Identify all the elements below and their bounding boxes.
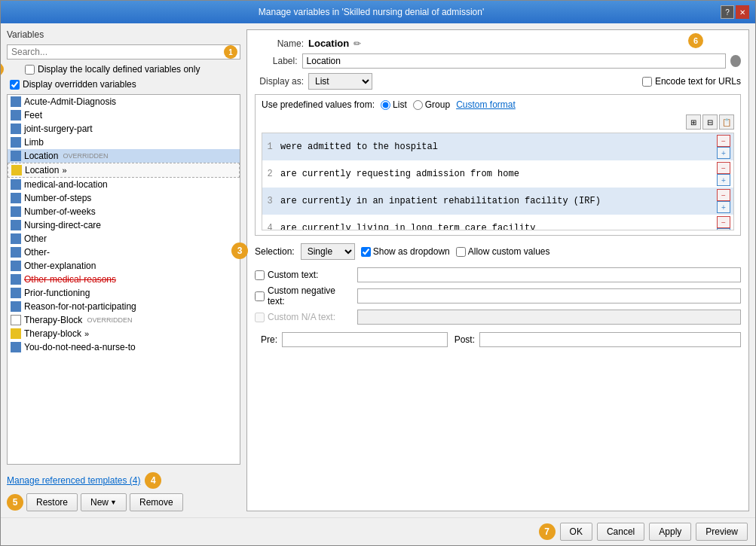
radio-list-text: List xyxy=(393,99,407,110)
row-text: are currently requesting admission from … xyxy=(277,160,703,188)
list-item[interactable]: Other-explanation xyxy=(8,259,240,273)
custom-text-checkbox[interactable] xyxy=(255,270,265,280)
var-name: Acute-Admit-Diagnosis xyxy=(24,96,116,107)
post-input[interactable] xyxy=(479,332,741,347)
var-name: Feet xyxy=(24,110,42,120)
label-row: Label: xyxy=(255,53,741,69)
row-minus-btn[interactable]: − xyxy=(717,135,730,147)
row-plus-btn[interactable]: + xyxy=(717,174,730,186)
list-item[interactable]: Number-of-steps xyxy=(8,191,240,205)
name-field-label: Name: xyxy=(255,38,304,49)
radio-list[interactable] xyxy=(381,100,390,110)
list-item[interactable]: medical-and-location xyxy=(8,178,240,191)
table-tool-btn-2[interactable]: ⊟ xyxy=(702,114,718,130)
list-item-therapy-block[interactable]: Therapy-block » xyxy=(8,327,240,340)
title-controls: ? ✕ xyxy=(721,5,749,19)
table-row[interactable]: 3 are currently in an inpatient rehabili… xyxy=(262,188,733,215)
badge-3: 3 xyxy=(231,242,248,259)
list-item[interactable]: Limb xyxy=(8,136,240,149)
row-plus-btn[interactable]: + xyxy=(717,147,730,159)
list-item-location-overridden[interactable]: Location OVERRIDDEN xyxy=(8,149,240,163)
row-minus-btn[interactable]: − xyxy=(717,216,730,228)
list-item[interactable]: Prior-functioning xyxy=(8,286,240,300)
custom-na-input xyxy=(357,310,741,325)
list-item[interactable]: Acute-Admit-Diagnosis xyxy=(8,95,240,108)
row-plus-btn[interactable]: + xyxy=(717,201,730,213)
table-row[interactable]: 4 are currently living in long term care… xyxy=(262,215,733,230)
allow-custom-checkbox[interactable] xyxy=(456,247,466,257)
edit-icon[interactable]: ✏ xyxy=(354,38,361,49)
radio-group-label[interactable]: Group xyxy=(413,99,450,110)
radio-group-input[interactable] xyxy=(413,100,423,110)
custom-na-checkbox[interactable] xyxy=(255,313,265,322)
table-row[interactable]: 1 were admitted to the hospital − + xyxy=(262,133,733,160)
ok-button[interactable]: OK xyxy=(560,523,592,541)
list-item[interactable]: Feet xyxy=(8,108,240,122)
selection-select[interactable]: Single Multiple xyxy=(301,243,355,260)
restore-button[interactable]: Restore xyxy=(26,493,78,511)
checkbox-overridden[interactable] xyxy=(10,80,20,90)
display-as-label: Display as: xyxy=(255,76,304,87)
list-item-therapy-block-overridden[interactable]: Therapy-Block OVERRIDDEN xyxy=(8,313,240,327)
list-item[interactable]: Reason-for-not-participating xyxy=(8,300,240,313)
list-item-other-medical[interactable]: Other-medical-reasons xyxy=(8,273,240,286)
badge-4: 4 xyxy=(145,472,161,489)
var-arrow: » xyxy=(84,329,89,338)
list-item[interactable]: joint-surgery-part xyxy=(8,122,240,136)
badge-6: 6 xyxy=(688,33,703,48)
new-button[interactable]: New ▼ xyxy=(81,493,127,511)
cancel-button[interactable]: Cancel xyxy=(597,523,644,541)
close-button[interactable]: ✕ xyxy=(736,5,749,19)
list-item[interactable]: Nursing-direct-care xyxy=(8,218,240,232)
checkbox-locally-row: 2 Display the locally defined variables … xyxy=(7,64,240,75)
table-tool-btn-1[interactable]: ⊞ xyxy=(686,114,701,130)
custom-format-link[interactable]: Custom format xyxy=(456,99,516,110)
var-icon-blue xyxy=(11,261,21,271)
custom-negative-checkbox[interactable] xyxy=(255,291,265,301)
custom-text-input[interactable] xyxy=(357,267,741,282)
table-tool-btn-3[interactable]: 📋 xyxy=(719,114,734,130)
pre-input[interactable] xyxy=(282,332,448,347)
row-actions: − + xyxy=(703,160,733,188)
table-toolbar: ⊞ ⊟ 📋 xyxy=(262,114,734,130)
label-input[interactable] xyxy=(302,53,727,69)
label-field-label: Label: xyxy=(255,56,298,66)
list-item[interactable]: Other xyxy=(8,232,240,246)
row-actions: − + xyxy=(703,133,733,160)
list-item[interactable]: Other- xyxy=(8,246,240,259)
custom-negative-input[interactable] xyxy=(357,288,741,304)
checkbox-locally[interactable] xyxy=(25,65,35,75)
row-text: were admitted to the hospital xyxy=(277,133,703,160)
encode-checkbox[interactable] xyxy=(642,77,652,87)
list-item-location-dashed[interactable]: Location » xyxy=(8,163,240,178)
var-name: Location xyxy=(24,151,58,161)
manage-row: Manage referenced templates (4) 4 xyxy=(7,472,240,489)
table-row[interactable]: 2 are currently requesting admission fro… xyxy=(262,160,733,188)
custom-text-label-wrapper: Custom text: xyxy=(255,270,353,280)
display-as-select[interactable]: List Text Dropdown xyxy=(308,73,372,90)
allow-custom-label[interactable]: Allow custom values xyxy=(456,246,550,257)
list-item[interactable]: Number-of-weeks xyxy=(8,205,240,218)
overridden-badge: OVERRIDDEN xyxy=(63,152,108,160)
var-icon-blue xyxy=(11,124,21,134)
footer-buttons: 7 OK Cancel Apply Preview xyxy=(539,523,748,541)
main-content: Variables 1 2 Display the locally define… xyxy=(1,23,755,517)
row-minus-btn[interactable]: − xyxy=(717,189,730,201)
var-name: joint-surgery-part xyxy=(24,124,93,134)
apply-button[interactable]: Apply xyxy=(649,523,691,541)
row-minus-btn[interactable]: − xyxy=(717,162,730,174)
new-label: New xyxy=(90,497,109,508)
list-item[interactable]: You-do-not-need-a-nurse-to xyxy=(8,340,240,354)
manage-link[interactable]: Manage referenced templates (4) xyxy=(7,475,140,486)
remove-button[interactable]: Remove xyxy=(130,493,183,511)
radio-group-text: Group xyxy=(425,99,450,110)
var-name: Prior-functioning xyxy=(24,288,90,298)
show-dropdown-checkbox[interactable] xyxy=(361,247,371,257)
row-plus-btn[interactable]: + xyxy=(717,228,730,230)
search-input[interactable] xyxy=(7,44,240,59)
radio-list-label[interactable]: List xyxy=(381,99,407,110)
var-icon-blue xyxy=(11,179,21,190)
preview-button[interactable]: Preview xyxy=(696,523,748,541)
help-button[interactable]: ? xyxy=(721,5,734,19)
show-dropdown-label[interactable]: Show as dropdown xyxy=(361,246,450,257)
